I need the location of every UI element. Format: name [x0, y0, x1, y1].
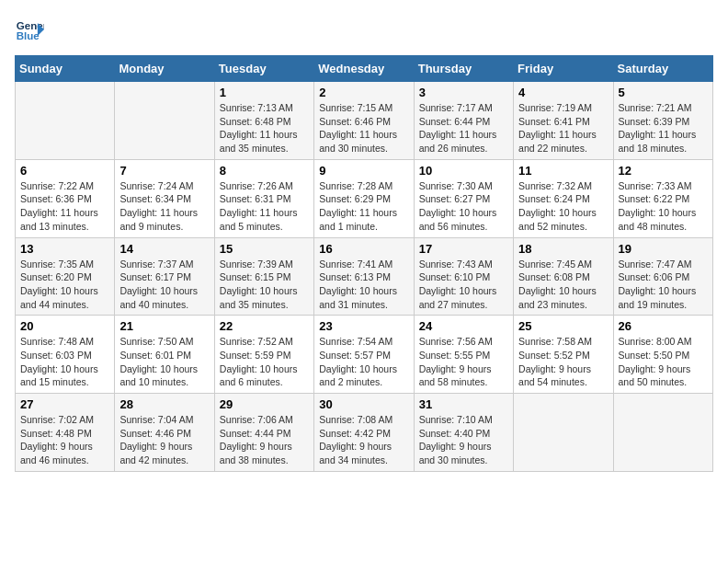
day-info: Sunrise: 7:10 AMSunset: 4:40 PMDaylight:…	[419, 413, 508, 467]
calendar-week-row: 20Sunrise: 7:48 AMSunset: 6:03 PMDayligh…	[16, 316, 713, 394]
day-number: 6	[20, 164, 109, 178]
calendar-week-row: 13Sunrise: 7:35 AMSunset: 6:20 PMDayligh…	[16, 237, 713, 316]
page-header: General Blue	[15, 15, 713, 44]
day-info: Sunrise: 7:30 AMSunset: 6:27 PMDaylight:…	[419, 179, 508, 234]
day-info: Sunrise: 7:06 AMSunset: 4:44 PMDaylight:…	[220, 413, 309, 467]
day-number: 8	[220, 164, 309, 178]
day-info: Sunrise: 7:02 AMSunset: 4:48 PMDaylight:…	[20, 413, 109, 467]
calendar-cell: 29Sunrise: 7:06 AMSunset: 4:44 PMDayligh…	[214, 394, 313, 472]
calendar-cell: 8Sunrise: 7:26 AMSunset: 6:31 PMDaylight…	[214, 159, 313, 237]
day-info: Sunrise: 7:24 AMSunset: 6:34 PMDaylight:…	[119, 179, 209, 234]
day-info: Sunrise: 7:37 AMSunset: 6:17 PMDaylight:…	[119, 258, 209, 312]
calendar-cell	[16, 82, 115, 160]
calendar-cell: 10Sunrise: 7:30 AMSunset: 6:27 PMDayligh…	[414, 159, 513, 237]
calendar-cell: 7Sunrise: 7:24 AMSunset: 6:34 PMDaylight…	[115, 159, 214, 237]
day-number: 31	[419, 397, 508, 411]
day-info: Sunrise: 7:43 AMSunset: 6:10 PMDaylight:…	[419, 258, 508, 312]
day-number: 15	[220, 242, 309, 256]
day-number: 10	[419, 164, 508, 178]
weekday-header: Thursday	[414, 56, 513, 82]
day-info: Sunrise: 7:50 AMSunset: 6:01 PMDaylight:…	[119, 335, 209, 389]
calendar-cell: 14Sunrise: 7:37 AMSunset: 6:17 PMDayligh…	[115, 237, 214, 316]
day-number: 14	[119, 242, 209, 256]
calendar-cell: 21Sunrise: 7:50 AMSunset: 6:01 PMDayligh…	[115, 316, 214, 394]
day-number: 9	[319, 164, 408, 178]
day-number: 12	[619, 164, 708, 178]
day-number: 20	[20, 319, 109, 333]
day-number: 13	[20, 242, 109, 256]
calendar-cell: 11Sunrise: 7:32 AMSunset: 6:24 PMDayligh…	[514, 159, 613, 237]
day-number: 16	[319, 242, 408, 256]
calendar-cell	[115, 82, 214, 160]
calendar-table: SundayMondayTuesdayWednesdayThursdayFrid…	[15, 55, 713, 472]
day-number: 26	[619, 319, 708, 333]
calendar-cell	[514, 394, 613, 472]
day-info: Sunrise: 7:22 AMSunset: 6:36 PMDaylight:…	[20, 179, 109, 234]
day-info: Sunrise: 7:35 AMSunset: 6:20 PMDaylight:…	[20, 258, 109, 312]
calendar-cell: 22Sunrise: 7:52 AMSunset: 5:59 PMDayligh…	[214, 316, 313, 394]
calendar-cell: 17Sunrise: 7:43 AMSunset: 6:10 PMDayligh…	[414, 237, 513, 316]
day-info: Sunrise: 7:47 AMSunset: 6:06 PMDaylight:…	[619, 258, 708, 312]
calendar-cell: 25Sunrise: 7:58 AMSunset: 5:52 PMDayligh…	[514, 316, 613, 394]
day-info: Sunrise: 7:54 AMSunset: 5:57 PMDaylight:…	[319, 335, 408, 389]
day-info: Sunrise: 7:48 AMSunset: 6:03 PMDaylight:…	[20, 335, 109, 389]
day-info: Sunrise: 7:32 AMSunset: 6:24 PMDaylight:…	[518, 179, 608, 234]
calendar-cell: 20Sunrise: 7:48 AMSunset: 6:03 PMDayligh…	[16, 316, 115, 394]
day-info: Sunrise: 7:13 AMSunset: 6:48 PMDaylight:…	[220, 101, 309, 155]
calendar-cell: 28Sunrise: 7:04 AMSunset: 4:46 PMDayligh…	[115, 394, 214, 472]
day-info: Sunrise: 7:19 AMSunset: 6:41 PMDaylight:…	[518, 101, 608, 155]
logo: General Blue	[15, 15, 48, 44]
calendar-cell: 13Sunrise: 7:35 AMSunset: 6:20 PMDayligh…	[16, 237, 115, 316]
day-info: Sunrise: 8:00 AMSunset: 5:50 PMDaylight:…	[619, 335, 708, 389]
day-number: 27	[20, 397, 109, 411]
weekday-header: Wednesday	[314, 56, 414, 82]
day-number: 7	[119, 164, 209, 178]
calendar-cell: 23Sunrise: 7:54 AMSunset: 5:57 PMDayligh…	[314, 316, 414, 394]
day-info: Sunrise: 7:08 AMSunset: 4:42 PMDaylight:…	[319, 413, 408, 467]
calendar-week-row: 27Sunrise: 7:02 AMSunset: 4:48 PMDayligh…	[16, 394, 713, 472]
weekday-header: Saturday	[613, 56, 712, 82]
calendar-week-row: 1Sunrise: 7:13 AMSunset: 6:48 PMDaylight…	[16, 82, 713, 160]
weekday-header: Monday	[115, 56, 214, 82]
calendar-cell: 12Sunrise: 7:33 AMSunset: 6:22 PMDayligh…	[613, 159, 712, 237]
calendar-week-row: 6Sunrise: 7:22 AMSunset: 6:36 PMDaylight…	[16, 159, 713, 237]
day-number: 24	[419, 319, 508, 333]
weekday-header: Tuesday	[214, 56, 313, 82]
day-number: 18	[518, 242, 608, 256]
day-info: Sunrise: 7:15 AMSunset: 6:46 PMDaylight:…	[319, 101, 408, 155]
day-number: 30	[319, 397, 408, 411]
calendar-cell: 2Sunrise: 7:15 AMSunset: 6:46 PMDaylight…	[314, 82, 414, 160]
day-info: Sunrise: 7:21 AMSunset: 6:39 PMDaylight:…	[619, 101, 708, 155]
calendar-cell: 18Sunrise: 7:45 AMSunset: 6:08 PMDayligh…	[514, 237, 613, 316]
day-number: 19	[619, 242, 708, 256]
day-number: 17	[419, 242, 508, 256]
day-info: Sunrise: 7:41 AMSunset: 6:13 PMDaylight:…	[319, 258, 408, 312]
day-info: Sunrise: 7:45 AMSunset: 6:08 PMDaylight:…	[518, 258, 608, 312]
day-number: 22	[220, 319, 309, 333]
day-info: Sunrise: 7:28 AMSunset: 6:29 PMDaylight:…	[319, 179, 408, 234]
day-number: 25	[518, 319, 608, 333]
day-number: 11	[518, 164, 608, 178]
day-number: 4	[518, 86, 608, 99]
calendar-cell: 4Sunrise: 7:19 AMSunset: 6:41 PMDaylight…	[514, 82, 613, 160]
calendar-cell: 1Sunrise: 7:13 AMSunset: 6:48 PMDaylight…	[214, 82, 313, 160]
day-number: 3	[419, 86, 508, 99]
calendar-cell: 16Sunrise: 7:41 AMSunset: 6:13 PMDayligh…	[314, 237, 414, 316]
svg-text:Blue: Blue	[17, 30, 40, 41]
calendar-cell: 15Sunrise: 7:39 AMSunset: 6:15 PMDayligh…	[214, 237, 313, 316]
weekday-header: Sunday	[16, 56, 115, 82]
calendar-cell: 24Sunrise: 7:56 AMSunset: 5:55 PMDayligh…	[414, 316, 513, 394]
calendar-cell: 30Sunrise: 7:08 AMSunset: 4:42 PMDayligh…	[314, 394, 414, 472]
day-number: 28	[119, 397, 209, 411]
logo-icon: General Blue	[15, 15, 44, 44]
calendar-cell: 27Sunrise: 7:02 AMSunset: 4:48 PMDayligh…	[16, 394, 115, 472]
calendar-cell: 6Sunrise: 7:22 AMSunset: 6:36 PMDaylight…	[16, 159, 115, 237]
weekday-header: Friday	[514, 56, 613, 82]
calendar-cell	[613, 394, 712, 472]
day-info: Sunrise: 7:26 AMSunset: 6:31 PMDaylight:…	[220, 179, 309, 234]
calendar-cell: 19Sunrise: 7:47 AMSunset: 6:06 PMDayligh…	[613, 237, 712, 316]
day-info: Sunrise: 7:58 AMSunset: 5:52 PMDaylight:…	[518, 335, 608, 389]
calendar-cell: 5Sunrise: 7:21 AMSunset: 6:39 PMDaylight…	[613, 82, 712, 160]
day-info: Sunrise: 7:33 AMSunset: 6:22 PMDaylight:…	[619, 179, 708, 234]
day-info: Sunrise: 7:52 AMSunset: 5:59 PMDaylight:…	[220, 335, 309, 389]
